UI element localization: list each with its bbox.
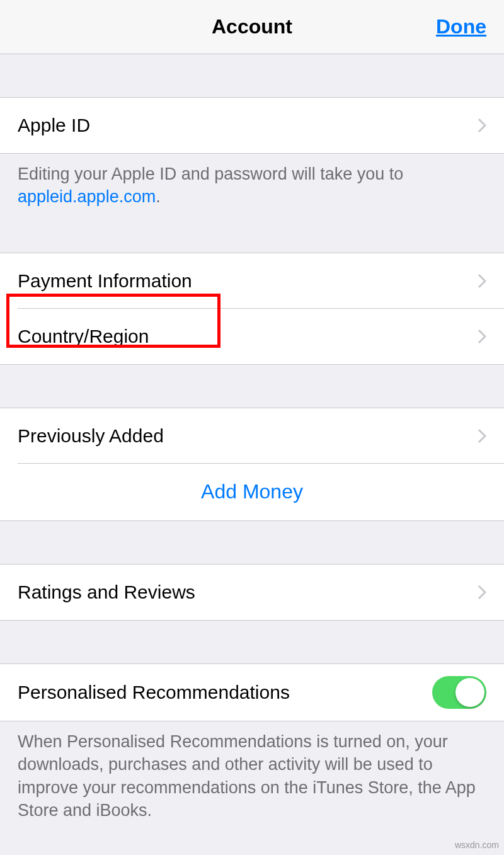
country-region-row[interactable]: Country/Region [0,309,504,364]
recommendations-group: Personalised Recommendations [0,663,504,721]
recommendations-footer: When Personalised Recommendations is tur… [0,721,504,835]
credit-group: Previously Added Add Money [0,408,504,521]
apple-id-group: Apple ID [0,97,504,154]
ratings-group: Ratings and Reviews [0,564,504,621]
page-title: Account [212,15,292,38]
done-button[interactable]: Done [436,15,486,38]
watermark: wsxdn.com [455,840,499,850]
chevron-right-icon [478,329,486,344]
spacer [0,54,504,97]
apple-id-footer: Editing your Apple ID and password will … [0,154,504,221]
apple-id-footer-suffix: . [156,187,161,206]
apple-id-footer-link[interactable]: appleid.apple.com [18,187,156,206]
chevron-right-icon [478,585,486,600]
chevron-right-icon [478,118,486,133]
recommendations-toggle[interactable] [432,676,486,709]
spacer [0,365,504,408]
apple-id-label: Apple ID [18,115,90,136]
spacer [0,221,504,253]
previously-added-row[interactable]: Previously Added [0,408,504,464]
chevron-right-icon [478,428,486,444]
payment-information-label: Payment Information [18,270,192,292]
previously-added-label: Previously Added [18,425,164,447]
chevron-right-icon [478,273,486,289]
add-money-label: Add Money [201,480,303,503]
recommendations-label: Personalised Recommendations [18,682,290,703]
recommendations-row: Personalised Recommendations [0,664,504,721]
apple-id-footer-prefix: Editing your Apple ID and password will … [18,164,403,183]
ratings-reviews-row[interactable]: Ratings and Reviews [0,565,504,620]
country-region-label: Country/Region [18,326,149,347]
toggle-knob [455,678,484,707]
spacer [0,521,504,564]
payment-information-row[interactable]: Payment Information [0,253,504,309]
ratings-reviews-label: Ratings and Reviews [18,582,195,603]
itunes-cloud-header: iTUNES IN THE CLOUD [0,835,504,855]
add-money-row[interactable]: Add Money [0,464,504,520]
spacer [0,621,504,663]
payment-country-group: Payment Information Country/Region [0,253,504,365]
apple-id-row[interactable]: Apple ID [0,98,504,153]
navigation-bar: Account Done [0,0,504,54]
